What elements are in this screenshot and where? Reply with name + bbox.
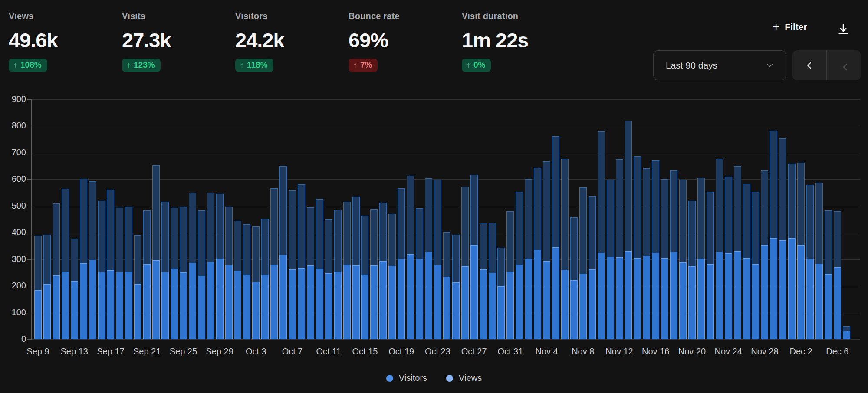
bar-visitors-nov-9 xyxy=(589,269,596,339)
bar-visitors-nov-21 xyxy=(697,259,705,339)
x-axis-label: Sep 13 xyxy=(55,347,94,357)
x-axis-label: Oct 11 xyxy=(309,347,348,357)
x-axis-label: Nov 12 xyxy=(600,347,639,357)
bar-visitors-oct-11 xyxy=(325,273,332,339)
x-axis-label: Oct 19 xyxy=(382,347,421,357)
legend-item-visitors: Visitors xyxy=(386,373,427,383)
x-axis-label: Sep 21 xyxy=(128,347,167,357)
bar-visitors-nov-18 xyxy=(670,252,677,340)
y-axis-tick xyxy=(27,313,31,313)
x-axis-label: Nov 28 xyxy=(745,347,784,357)
x-axis-label: Oct 15 xyxy=(345,347,385,357)
y-axis-label: 900 xyxy=(0,94,26,104)
bar-visitors-sep-26 xyxy=(189,263,196,339)
bar-visitors-nov-16 xyxy=(652,253,659,340)
bar-visitors-oct-4 xyxy=(261,275,269,339)
bar-visitors-nov-7 xyxy=(570,280,578,340)
bar-visitors-sep-30 xyxy=(225,265,233,340)
bar-visitors-nov-29 xyxy=(770,238,777,340)
y-axis-tick xyxy=(27,99,31,100)
bar-visitors-oct-13 xyxy=(343,265,351,339)
bar-visitors-nov-27 xyxy=(752,264,759,339)
bar-visitors-oct-3 xyxy=(252,282,260,340)
bar-visitors-oct-6 xyxy=(279,255,287,339)
bar-visitors-oct-29 xyxy=(489,273,496,339)
bar-visitors-sep-29 xyxy=(216,259,224,339)
bar-visitors-dec-5 xyxy=(825,274,832,340)
bar-visitors-oct-18 xyxy=(388,266,396,340)
legend-label: Visitors xyxy=(399,373,427,383)
bar-visitors-oct-28 xyxy=(480,269,487,340)
bar-visitors-nov-5 xyxy=(552,247,559,339)
y-axis-tick xyxy=(27,286,31,286)
y-axis-label: 800 xyxy=(0,121,26,131)
y-axis-label: 500 xyxy=(0,201,26,211)
y-axis-tick xyxy=(27,259,31,260)
y-axis-label: 400 xyxy=(0,227,26,237)
bar-visitors-dec-1 xyxy=(788,238,796,339)
legend-dot-icon xyxy=(386,375,393,382)
gridline-800 xyxy=(31,126,860,126)
bar-visitors-sep-17 xyxy=(107,270,114,339)
y-axis-label: 700 xyxy=(0,147,26,157)
bar-visitors-sep-23 xyxy=(161,272,169,339)
bar-visitors-nov-24 xyxy=(725,253,732,339)
y-axis-tick xyxy=(27,179,31,180)
bar-visitors-nov-25 xyxy=(734,251,741,339)
bar-visitors-oct-8 xyxy=(298,268,305,339)
bar-visitors-oct-31 xyxy=(506,272,514,339)
bar-visitors-nov-1 xyxy=(516,265,523,339)
bar-visitors-sep-18 xyxy=(116,272,123,339)
bar-visitors-nov-8 xyxy=(579,274,587,339)
bar-visitors-sep-21 xyxy=(143,264,151,339)
bar-visitors-oct-25 xyxy=(452,282,460,339)
y-axis-label: 300 xyxy=(0,254,26,264)
y-axis-line xyxy=(31,99,32,340)
bar-visitors-sep-10 xyxy=(43,284,51,339)
x-axis-label: Nov 20 xyxy=(672,347,711,357)
bar-visitors-sep-28 xyxy=(207,262,214,339)
bar-visitors-sep-9 xyxy=(34,290,42,340)
chart-legend: VisitorsViews xyxy=(0,373,868,383)
bar-visitors-nov-4 xyxy=(543,261,550,339)
bar-visitors-sep-19 xyxy=(125,272,132,339)
bar-visitors-sep-14 xyxy=(80,263,87,339)
analytics-dashboard: { "stats": [ { "label": "Views", "value"… xyxy=(0,0,868,393)
bar-visitors-sep-12 xyxy=(62,272,69,340)
bar-visitors-sep-11 xyxy=(53,275,60,340)
bar-visitors-oct-24 xyxy=(443,277,450,339)
x-axis-label: Oct 23 xyxy=(418,347,457,357)
bar-visitors-oct-12 xyxy=(334,272,342,339)
bar-visitors-oct-7 xyxy=(289,269,296,340)
bar-visitors-nov-12 xyxy=(616,257,623,339)
bar-visitors-oct-26 xyxy=(461,266,469,339)
bar-visitors-nov-30 xyxy=(779,240,786,339)
bar-visitors-oct-30 xyxy=(497,286,505,339)
bar-visitors-nov-15 xyxy=(643,256,650,339)
bar-visitors-nov-22 xyxy=(707,264,714,339)
bar-visitors-oct-27 xyxy=(470,245,478,340)
x-axis-label: Oct 31 xyxy=(491,347,530,357)
bar-visitors-nov-10 xyxy=(598,253,605,340)
bar-visitors-oct-15 xyxy=(361,275,368,339)
bar-visitors-oct-5 xyxy=(270,265,278,339)
bar-visitors-sep-13 xyxy=(71,281,78,339)
bar-visitors-dec-4 xyxy=(815,264,823,339)
bar-visitors-oct-23 xyxy=(434,265,441,340)
bar-visitors-nov-17 xyxy=(661,258,668,340)
x-axis-label: Sep 17 xyxy=(91,347,130,357)
bar-visitors-nov-14 xyxy=(634,258,641,340)
bar-visitors-sep-16 xyxy=(98,272,105,339)
bar-visitors-nov-11 xyxy=(607,257,614,340)
bar-visitors-dec-6 xyxy=(834,267,841,339)
y-axis-label: 600 xyxy=(0,174,26,184)
gridline-700 xyxy=(31,153,860,153)
x-axis-label: Oct 27 xyxy=(454,347,493,357)
bar-visitors-sep-27 xyxy=(198,276,205,339)
x-axis-label: Nov 4 xyxy=(527,347,566,357)
x-axis-label: Sep 25 xyxy=(164,347,203,357)
bar-visitors-nov-6 xyxy=(561,270,569,339)
bar-visitors-oct-2 xyxy=(243,275,250,339)
legend-item-views: Views xyxy=(446,373,482,383)
y-axis-label: 100 xyxy=(0,308,26,318)
